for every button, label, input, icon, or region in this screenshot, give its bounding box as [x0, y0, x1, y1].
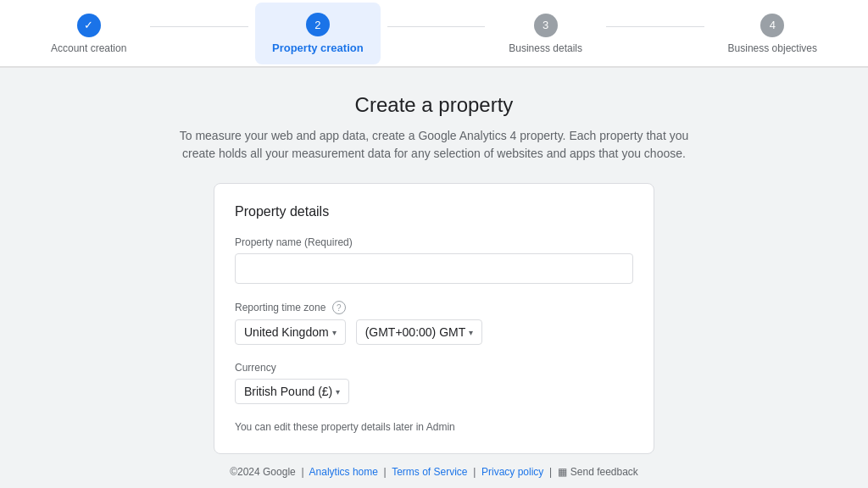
step-1-circle: ✓	[77, 14, 101, 37]
step-business-objectives: 4 Business objectives	[711, 3, 834, 64]
privacy-link[interactable]: Privacy policy	[481, 466, 543, 478]
timezone-value: (GMT+00:00) GMT	[365, 325, 466, 339]
step-connector-2	[387, 26, 486, 27]
timezone-chevron-icon: ▾	[469, 328, 473, 337]
step-connector-3	[606, 26, 704, 27]
country-value: United Kingdom	[244, 325, 329, 339]
timezone-select-row: United Kingdom ▾ (GMT+00:00) GMT ▾	[235, 319, 633, 345]
main-content: Create a property To measure your web an…	[0, 68, 868, 488]
page-description: To measure your web and app data, create…	[171, 127, 697, 163]
country-chevron-icon: ▾	[332, 328, 337, 337]
stepper: ✓ Account creation 2 Property creation 3…	[0, 0, 868, 68]
reporting-timezone-group: Reporting time zone ? United Kingdom ▾ (…	[235, 301, 633, 345]
step-2-circle: 2	[306, 13, 330, 36]
step-3-label: Business details	[509, 42, 582, 54]
step-property-creation: 2 Property creation	[255, 3, 381, 64]
step-3-circle: 3	[534, 14, 558, 37]
checkmark-icon: ✓	[84, 19, 93, 31]
terms-link[interactable]: Terms of Service	[392, 466, 467, 478]
edit-note: You can edit these property details late…	[235, 421, 633, 433]
country-dropdown[interactable]: United Kingdom ▾	[235, 319, 346, 345]
step-4-circle: 4	[760, 14, 784, 37]
step-4-label: Business objectives	[728, 42, 817, 54]
property-details-card: Property details Property name (Required…	[214, 183, 654, 454]
currency-label: Currency	[235, 362, 633, 374]
currency-group: Currency British Pound (£) ▾	[235, 362, 633, 404]
currency-chevron-icon: ▾	[336, 387, 340, 396]
currency-dropdown[interactable]: British Pound (£) ▾	[235, 379, 349, 404]
property-name-label: Property name (Required)	[235, 236, 633, 248]
step-connector-1	[150, 26, 248, 27]
card-title: Property details	[235, 204, 633, 219]
footer: ©2024 Google | Analytics home | Terms of…	[0, 456, 868, 488]
step-account-creation: ✓ Account creation	[34, 3, 143, 64]
step-2-label: Property creation	[272, 42, 364, 54]
timezone-dropdown[interactable]: (GMT+00:00) GMT ▾	[356, 319, 483, 345]
feedback-icon: ▦	[558, 466, 567, 478]
reporting-timezone-label: Reporting time zone ?	[235, 301, 633, 314]
feedback-link[interactable]: ▦ Send feedback	[558, 466, 638, 478]
help-icon[interactable]: ?	[332, 301, 346, 314]
analytics-home-link[interactable]: Analytics home	[309, 466, 378, 478]
page-title: Create a property	[355, 93, 514, 117]
property-name-group: Property name (Required)	[235, 236, 633, 284]
property-name-input[interactable]	[235, 253, 633, 284]
currency-value: British Pound (£)	[244, 385, 332, 398]
step-business-details: 3 Business details	[492, 3, 599, 64]
step-1-label: Account creation	[51, 42, 126, 54]
copyright: ©2024 Google	[230, 466, 296, 478]
